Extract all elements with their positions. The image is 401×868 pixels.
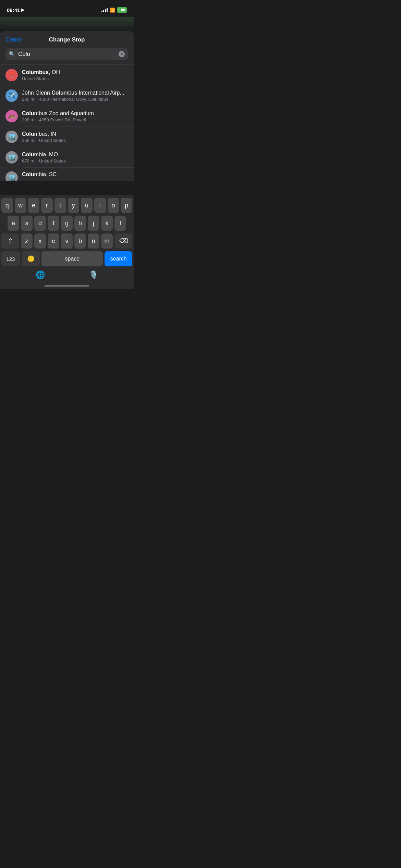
status-time: 09:41 ▶: [7, 7, 24, 13]
result-name: John Glenn Columbus International Airp..…: [22, 90, 128, 96]
result-item-columbus-zoo[interactable]: 🦛 Columbus Zoo and Aquarium 208 mi · 485…: [0, 106, 134, 126]
result-icon-plane: ✈️: [5, 89, 18, 102]
result-text: Columbia, MO 678 mi · United States: [22, 152, 128, 164]
result-item-columbia-sc[interactable]: 🏙️ Columbia, SC: [0, 168, 134, 181]
result-text: Columbus Zoo and Aquarium 208 mi · 4850 …: [22, 110, 128, 122]
result-item-columbus-oh[interactable]: 📍 Columbus, OH United States: [0, 65, 134, 85]
shift-key[interactable]: ⇧: [1, 233, 19, 249]
results-list: 📍 Columbus, OH United States ✈️ John Gle…: [0, 65, 134, 181]
home-indicator: [0, 284, 134, 289]
result-name: Columbus Zoo and Aquarium: [22, 110, 128, 117]
key-row-4: 123 🙂 space search: [1, 251, 132, 266]
keyboard: q w e r t y u i o p a s d f g h j k l ⇧ …: [0, 195, 134, 289]
space-key[interactable]: space: [41, 251, 103, 266]
time-label: 09:41: [7, 7, 20, 13]
search-bar[interactable]: 🔍 Colu: [5, 48, 128, 60]
result-text: Columbus, IN 366 mi · United States: [22, 131, 128, 143]
key-row-2: a s d f g h j k l: [1, 216, 132, 231]
key-z[interactable]: z: [21, 233, 33, 249]
change-stop-sheet: Cancel Change Stop 🔍 Colu 📍 Columbus, OH…: [0, 31, 134, 181]
result-icon-city: 🏙️: [5, 131, 18, 143]
key-o[interactable]: o: [108, 198, 119, 213]
result-name: Columbia, SC: [22, 171, 128, 178]
key-y[interactable]: y: [68, 198, 80, 213]
result-text: Columbia, SC: [22, 171, 128, 178]
keyboard-bottom: 🌐 🎙️: [0, 268, 134, 284]
key-w[interactable]: w: [15, 198, 26, 213]
key-c[interactable]: c: [48, 233, 59, 249]
key-x[interactable]: x: [34, 233, 46, 249]
key-p[interactable]: p: [121, 198, 132, 213]
key-m[interactable]: m: [101, 233, 113, 249]
result-sub: 366 mi · United States: [22, 138, 128, 143]
result-name: Columbus, OH: [22, 69, 128, 75]
result-item-john-glenn[interactable]: ✈️ John Glenn Columbus International Air…: [0, 85, 134, 106]
battery-indicator: 100: [117, 7, 127, 13]
key-t[interactable]: t: [54, 198, 66, 213]
key-l[interactable]: l: [114, 216, 126, 231]
search-input[interactable]: Colu: [18, 51, 116, 58]
result-icon-pin: 📍: [5, 69, 18, 81]
keyboard-rows: q w e r t y u i o p a s d f g h j k l ⇧ …: [0, 195, 134, 268]
key-k[interactable]: k: [101, 216, 113, 231]
key-v[interactable]: v: [61, 233, 73, 249]
key-a[interactable]: a: [8, 216, 19, 231]
search-key[interactable]: search: [105, 251, 132, 266]
result-text: John Glenn Columbus International Airp..…: [22, 90, 128, 102]
map-background: [0, 17, 134, 31]
key-d[interactable]: d: [34, 216, 46, 231]
key-row-3: ⇧ z x c v b n m ⌫: [1, 233, 132, 249]
status-icons: 📶 100: [101, 7, 127, 13]
status-bar: 09:41 ▶ 📶 100: [0, 0, 134, 17]
search-clear-button[interactable]: [119, 51, 125, 57]
result-sub: 678 mi · United States: [22, 158, 128, 164]
numbers-key[interactable]: 123: [1, 251, 20, 266]
key-h[interactable]: h: [74, 216, 86, 231]
result-item-columbia-mo[interactable]: 🏙️ Columbia, MO 678 mi · United States: [0, 147, 134, 168]
sheet-title: Change Stop: [49, 36, 85, 43]
search-icon: 🔍: [9, 51, 15, 57]
key-j[interactable]: j: [88, 216, 99, 231]
key-g[interactable]: g: [61, 216, 73, 231]
result-sub: United States: [22, 76, 128, 81]
key-n[interactable]: n: [88, 233, 99, 249]
key-u[interactable]: u: [81, 198, 93, 213]
result-icon-city3: 🏙️: [5, 171, 18, 181]
key-b[interactable]: b: [74, 233, 86, 249]
location-icon: ▶: [21, 8, 24, 12]
wifi-icon: 📶: [110, 8, 115, 13]
signal-bars: [101, 8, 108, 12]
emoji-key[interactable]: 🙂: [22, 251, 40, 266]
microphone-icon[interactable]: 🎙️: [89, 270, 98, 279]
key-s[interactable]: s: [21, 216, 33, 231]
result-item-columbus-in[interactable]: 🏙️ Columbus, IN 366 mi · United States: [0, 126, 134, 147]
key-e[interactable]: e: [28, 198, 39, 213]
result-icon-zoo: 🦛: [5, 110, 18, 122]
key-i[interactable]: i: [94, 198, 106, 213]
result-sub: 208 mi · 4850 Powell Rd, Powell: [22, 117, 128, 122]
key-q[interactable]: q: [1, 198, 13, 213]
delete-key[interactable]: ⌫: [114, 233, 132, 249]
result-name: Columbia, MO: [22, 152, 128, 158]
key-f[interactable]: f: [48, 216, 59, 231]
key-row-1: q w e r t y u i o p: [1, 198, 132, 213]
sheet-header: Cancel Change Stop: [0, 31, 134, 48]
result-sub: 206 mi · 4600 International Gtwy, Columb…: [22, 97, 128, 102]
result-icon-city2: 🏙️: [5, 151, 18, 164]
key-r[interactable]: r: [41, 198, 53, 213]
result-text: Columbus, OH United States: [22, 69, 128, 81]
globe-icon[interactable]: 🌐: [36, 270, 45, 279]
cancel-button[interactable]: Cancel: [5, 36, 24, 43]
result-name: Columbus, IN: [22, 131, 128, 137]
